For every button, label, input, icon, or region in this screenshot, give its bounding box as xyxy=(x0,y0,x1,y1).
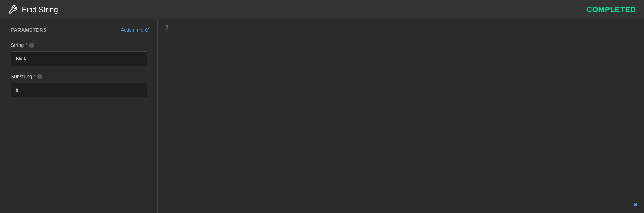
chevron-container xyxy=(632,201,639,210)
status-badge: COMPLETED xyxy=(587,5,636,14)
result-value: 2 xyxy=(166,25,168,30)
substring-field-group: Substring * i xyxy=(11,74,149,97)
chevron-down-double-icon xyxy=(632,203,639,210)
page-title: Find String xyxy=(22,5,58,14)
string-label: String * i xyxy=(11,42,149,48)
string-required-star: * xyxy=(26,43,28,48)
substring-required-star: * xyxy=(34,74,36,79)
panel-header: PARAMETERS Action info xyxy=(11,27,149,33)
substring-label: Substring * i xyxy=(11,74,149,79)
string-label-text: String xyxy=(11,42,24,48)
header-left: Find String xyxy=(8,5,58,14)
substring-input[interactable] xyxy=(11,83,147,97)
left-panel: PARAMETERS Action info String * i xyxy=(0,19,158,213)
string-field-group: String * i xyxy=(11,42,149,66)
external-link-icon xyxy=(145,28,149,33)
string-info-icon[interactable]: i xyxy=(29,43,34,48)
right-panel: 2 xyxy=(158,19,644,213)
action-info-label: Action info xyxy=(121,27,143,33)
svg-line-0 xyxy=(147,28,149,30)
string-input[interactable] xyxy=(11,51,147,66)
app-header: Find String COMPLETED xyxy=(0,0,644,19)
divider xyxy=(11,35,149,35)
parameters-label: PARAMETERS xyxy=(11,27,47,33)
action-info-link[interactable]: Action info xyxy=(121,27,149,33)
wrench-icon xyxy=(8,5,18,14)
substring-label-text: Substring xyxy=(11,74,32,79)
substring-info-icon[interactable]: i xyxy=(37,74,42,79)
main-container: PARAMETERS Action info String * i xyxy=(0,19,644,213)
